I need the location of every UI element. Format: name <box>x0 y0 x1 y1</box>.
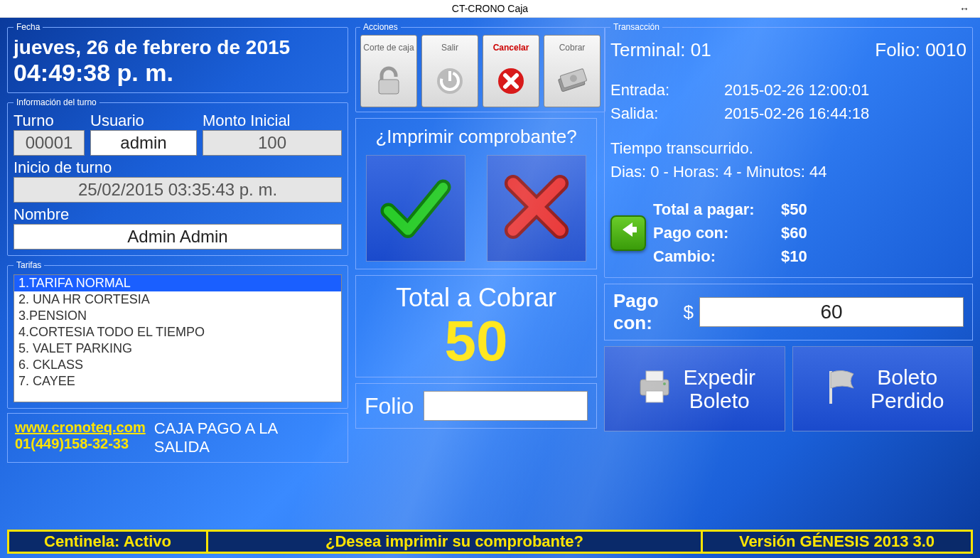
confirm-yes-button[interactable] <box>366 155 465 262</box>
cambio-value: $10 <box>781 245 838 268</box>
flag-icon <box>821 365 863 413</box>
padlock-icon <box>373 58 404 104</box>
expedir-label: ExpedirBoleto <box>683 365 755 412</box>
usuario-label: Usuario <box>90 112 197 130</box>
contact-url[interactable]: www.cronoteq.com <box>15 419 146 436</box>
contact-panel: www.cronoteq.com 01(449)158-32-33 CAJA P… <box>7 413 348 463</box>
acciones-panel: Acciones Corte de caja Salir <box>355 22 605 112</box>
entrada-label: Entrada: <box>610 78 724 102</box>
tarifa-item[interactable]: 2. UNA HR CORTESIA <box>14 291 341 308</box>
inicio-value: 25/02/2015 03:35:43 p. m. <box>14 177 342 203</box>
folio-trans-label: Folio: <box>875 39 920 60</box>
print-confirm-panel: ¿Imprimir comprobante? <box>355 118 597 269</box>
printer-icon <box>633 365 676 413</box>
tiempo-label: Tiempo transcurrido. <box>610 136 966 160</box>
perdido-label: BoletoPerdido <box>871 365 944 412</box>
corte-caja-button[interactable]: Corte de caja <box>360 35 417 107</box>
tarifa-item[interactable]: 1.TARIFA NORMAL <box>14 275 341 291</box>
status-center: ¿Desea imprimir su comprobante? <box>208 532 701 552</box>
pago-input[interactable] <box>699 297 964 327</box>
inicio-label: Inicio de turno <box>14 159 342 177</box>
svg-rect-0 <box>379 80 399 94</box>
tarifas-list[interactable]: 1.TARIFA NORMAL2. UNA HR CORTESIA3.PENSI… <box>14 274 342 402</box>
pago-panel: Pago con: $ <box>604 284 973 340</box>
tarifa-item[interactable]: 7. CAYEE <box>14 373 341 390</box>
time-text: 04:49:38 p. m. <box>14 59 342 87</box>
window-title: CT-CRONO Caja <box>452 3 528 14</box>
folio-trans-value: 0010 <box>925 39 966 60</box>
contact-mode: CAJA PAGO A LA SALIDA <box>154 419 311 456</box>
cobrar-label: Cobrar <box>559 38 586 58</box>
status-right: Versión GÉNESIS 2013 3.0 <box>701 532 971 552</box>
pago-currency: $ <box>684 301 694 323</box>
folio-label: Folio <box>365 393 414 419</box>
salida-value: 2015-02-26 16:44:18 <box>724 102 869 125</box>
monto-value: 100 <box>203 130 342 156</box>
pagocon-value: $60 <box>781 221 838 245</box>
turno-label: Turno <box>14 112 85 130</box>
svg-rect-11 <box>646 391 663 402</box>
cancelar-label: Cancelar <box>493 38 529 58</box>
status-left: Centinela: Activo <box>9 532 208 552</box>
window-titlebar: CT-CRONO Caja ↔ <box>0 0 980 18</box>
boleto-perdido-button[interactable]: BoletoPerdido <box>792 346 974 431</box>
check-icon <box>377 168 455 249</box>
svg-rect-8 <box>630 227 637 232</box>
tarifas-legend: Tarifas <box>14 260 44 270</box>
salir-label: Salir <box>441 38 458 58</box>
terminal-value: 01 <box>691 39 711 60</box>
arrow-left-icon <box>617 218 640 247</box>
power-icon <box>434 58 465 104</box>
turno-panel: Información del turno Turno 00001 Usuari… <box>7 97 348 256</box>
cobrar-button[interactable]: Cobrar <box>544 35 601 107</box>
monto-label: Monto Inicial <box>203 112 342 130</box>
tarifa-item[interactable]: 3.PENSION <box>14 308 341 324</box>
confirm-no-button[interactable] <box>487 155 586 262</box>
back-button[interactable] <box>610 215 646 251</box>
fecha-legend: Fecha <box>14 22 43 32</box>
salir-button[interactable]: Salir <box>421 35 478 107</box>
tarifa-item[interactable]: 4.CORTESIA TODO EL TIEMPO <box>14 324 341 340</box>
tarifa-item[interactable]: 6. CKLASS <box>14 357 341 373</box>
acciones-legend: Acciones <box>360 22 401 32</box>
cambio-label: Cambio: <box>653 245 781 268</box>
contact-tel: 01(449)158-32-33 <box>15 436 146 452</box>
folio-panel: Folio <box>355 383 597 429</box>
salida-label: Salida: <box>610 102 724 125</box>
nombre-value: Admin Admin <box>14 224 342 250</box>
totalpagar-label: Total a pagar: <box>653 198 781 221</box>
expedir-boleto-button[interactable]: ExpedirBoleto <box>604 346 785 431</box>
date-text: jueves, 26 de febrero de 2015 <box>14 36 342 59</box>
total-value: 50 <box>363 313 589 370</box>
transaccion-panel: Transacción Terminal: 01 Folio: 0010 Ent… <box>604 22 973 278</box>
cancel-icon <box>495 58 527 104</box>
tarifas-panel: Tarifas 1.TARIFA NORMAL2. UNA HR CORTESI… <box>7 260 348 409</box>
pagocon-label: Pago con: <box>653 221 781 245</box>
folio-input[interactable] <box>424 391 588 421</box>
tiempo-value: Dias: 0 - Horas: 4 - Minutos: 44 <box>610 160 966 183</box>
usuario-value: admin <box>90 130 197 156</box>
status-bar: Centinela: Activo ¿Desea imprimir su com… <box>7 530 973 554</box>
terminal-label: Terminal: <box>610 39 685 60</box>
total-title: Total a Cobrar <box>363 283 589 313</box>
cross-icon <box>497 168 576 249</box>
turno-value: 00001 <box>14 130 85 156</box>
resize-icon[interactable]: ↔ <box>959 0 969 18</box>
transaccion-legend: Transacción <box>610 22 662 32</box>
money-icon <box>555 58 589 104</box>
pago-label: Pago con: <box>613 290 678 334</box>
print-confirm-title: ¿Imprimir comprobante? <box>375 126 576 148</box>
totalpagar-value: $50 <box>781 198 838 221</box>
entrada-value: 2015-02-26 12:00:01 <box>724 78 869 102</box>
svg-point-12 <box>663 382 666 385</box>
nombre-label: Nombre <box>14 205 342 224</box>
tarifa-item[interactable]: 5. VALET PARKING <box>14 340 341 357</box>
corte-caja-label: Corte de caja <box>363 38 414 58</box>
svg-rect-10 <box>646 371 663 381</box>
total-panel: Total a Cobrar 50 <box>355 275 597 377</box>
fecha-panel: Fecha jueves, 26 de febrero de 2015 04:4… <box>7 22 348 93</box>
cancelar-button[interactable]: Cancelar <box>483 35 539 107</box>
turno-legend: Información del turno <box>14 97 99 107</box>
